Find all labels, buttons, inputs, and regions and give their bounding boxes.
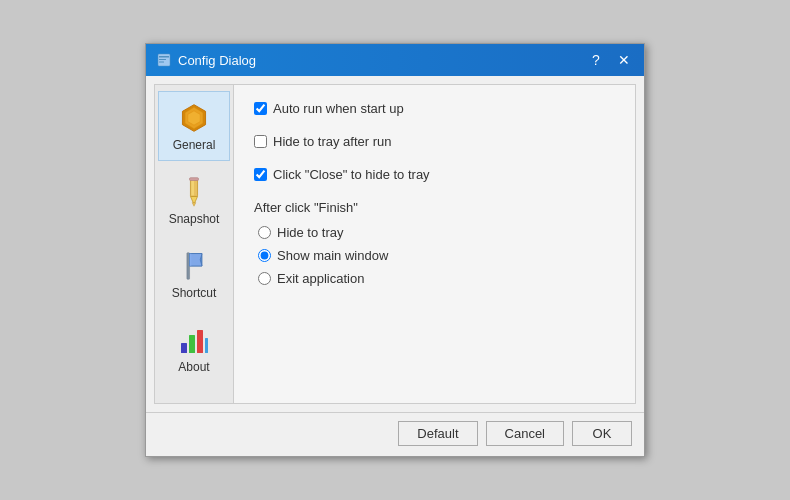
general-icon — [176, 100, 212, 136]
radio-show-main[interactable] — [258, 249, 271, 262]
close-button[interactable]: ✕ — [614, 50, 634, 70]
auto-run-checkbox[interactable] — [254, 102, 267, 115]
group-label: After click "Finish" — [254, 200, 615, 215]
radio-hide-tray-label: Hide to tray — [277, 225, 343, 240]
svg-rect-15 — [189, 335, 195, 353]
title-bar: Config Dialog ? ✕ — [146, 44, 644, 76]
snapshot-icon — [176, 174, 212, 210]
sidebar-item-general-label: General — [173, 138, 216, 152]
sidebar-item-shortcut[interactable]: Shortcut — [158, 239, 230, 309]
hide-tray-checkbox[interactable] — [254, 135, 267, 148]
sidebar-item-general[interactable]: General — [158, 91, 230, 161]
svg-rect-13 — [190, 254, 192, 266]
click-close-checkbox[interactable] — [254, 168, 267, 181]
button-bar: Default Cancel OK — [146, 412, 644, 456]
sidebar-item-about[interactable]: About — [158, 313, 230, 383]
svg-rect-16 — [197, 330, 203, 353]
svg-rect-17 — [205, 338, 208, 353]
svg-marker-10 — [192, 203, 196, 207]
sidebar-item-shortcut-label: Shortcut — [172, 286, 217, 300]
content-area: Auto run when start up Hide to tray afte… — [234, 84, 636, 404]
svg-rect-8 — [191, 180, 194, 196]
radio-exit-app-row: Exit application — [258, 271, 615, 286]
hide-tray-row: Hide to tray after run — [254, 134, 615, 149]
sidebar-item-snapshot[interactable]: Snapshot — [158, 165, 230, 235]
shortcut-icon — [176, 248, 212, 284]
radio-hide-tray[interactable] — [258, 226, 271, 239]
svg-rect-3 — [159, 62, 164, 63]
radio-group-container: After click "Finish" Hide to tray Show m… — [254, 200, 615, 286]
help-button[interactable]: ? — [586, 50, 606, 70]
radio-show-main-label: Show main window — [277, 248, 388, 263]
click-close-row: Click "Close" to hide to tray — [254, 167, 615, 182]
click-close-label: Click "Close" to hide to tray — [273, 167, 430, 182]
dialog-body: General Snapshot — [146, 76, 644, 412]
radio-exit-app-label: Exit application — [277, 271, 364, 286]
cancel-button[interactable]: Cancel — [486, 421, 564, 446]
default-button[interactable]: Default — [398, 421, 477, 446]
sidebar-item-snapshot-label: Snapshot — [169, 212, 220, 226]
svg-rect-12 — [187, 253, 190, 280]
dialog-title: Config Dialog — [178, 53, 256, 68]
auto-run-row: Auto run when start up — [254, 101, 615, 116]
svg-rect-11 — [190, 178, 199, 181]
title-bar-left: Config Dialog — [156, 52, 256, 68]
radio-hide-tray-row: Hide to tray — [258, 225, 615, 240]
auto-run-label: Auto run when start up — [273, 101, 404, 116]
dialog-icon — [156, 52, 172, 68]
config-dialog: Config Dialog ? ✕ General — [145, 43, 645, 457]
hide-tray-label: Hide to tray after run — [273, 134, 392, 149]
svg-rect-1 — [159, 56, 169, 58]
title-bar-controls: ? ✕ — [586, 50, 634, 70]
sidebar-item-about-label: About — [178, 360, 209, 374]
radio-show-main-row: Show main window — [258, 248, 615, 263]
sidebar: General Snapshot — [154, 84, 234, 404]
svg-rect-2 — [159, 59, 166, 60]
about-icon — [176, 322, 212, 358]
ok-button[interactable]: OK — [572, 421, 632, 446]
radio-group: Hide to tray Show main window Exit appli… — [258, 225, 615, 286]
svg-rect-14 — [181, 343, 187, 353]
radio-exit-app[interactable] — [258, 272, 271, 285]
